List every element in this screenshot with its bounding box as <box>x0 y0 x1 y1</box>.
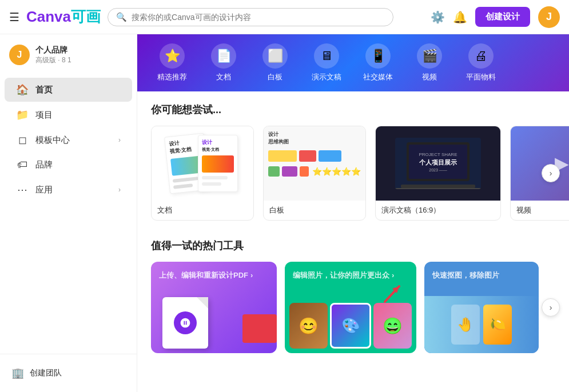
social-icon: 📱 <box>365 43 391 69</box>
sidebar-item-label: 模板中心 <box>35 135 70 146</box>
video-icon: 🎬 <box>417 43 442 69</box>
folder-icon: 📁 <box>16 109 29 121</box>
topbar: ☰ Canva 可画 🔍 ⚙️ 🔔 创建设计 J <box>0 0 569 34</box>
docs-icon: 📄 <box>211 43 236 69</box>
cat-label: 社交媒体 <box>363 72 393 82</box>
category-bar: ⭐ 精选推荐 📄 文档 ⬜ 白板 🖥 演示文稿 📱 社交媒体 🎬 视频 <box>137 34 569 91</box>
sidebar-item-apps[interactable]: ⋯ 应用 › <box>5 178 132 202</box>
tool-card-pdf[interactable]: 上传、编辑和重新设计PDF › <box>151 262 277 353</box>
category-featured[interactable]: ⭐ 精选推荐 <box>146 39 198 87</box>
wb-card-label: 白板 <box>264 201 365 220</box>
doc-card-label: 文档 <box>152 201 253 220</box>
cat-label: 演示文稿 <box>312 72 341 82</box>
category-slides[interactable]: 🖥 演示文稿 <box>301 39 352 87</box>
cat-label: 平面物料 <box>466 72 496 82</box>
logo: Canva 可画 <box>26 7 101 27</box>
user-section: J 个人品牌 高级版 · 8 1 <box>0 39 137 74</box>
slides-icon: 🖥 <box>314 43 339 69</box>
template-icon: ◻ <box>16 134 29 146</box>
main-layout: J 个人品牌 高级版 · 8 1 🏠 首页 📁 项目 ◻ 模板中心 › 🏷 <box>0 34 569 392</box>
cat-label: 白板 <box>268 72 282 82</box>
tool-card-photo[interactable]: 编辑照片，让你的照片更出众 › 😊 <box>285 262 416 353</box>
sidebar-item-label: 项目 <box>35 110 53 121</box>
sidebar-item-templates[interactable]: ◻ 模板中心 › <box>5 128 132 152</box>
team-icon: 🏢 <box>11 367 24 379</box>
tools-section-title: 值得一试的热门工具 <box>151 239 555 253</box>
category-social[interactable]: 📱 社交媒体 <box>352 39 404 87</box>
tools-section: 值得一试的热门工具 上传、编辑和重新设计PDF › <box>137 227 569 360</box>
apps-icon: ⋯ <box>16 183 29 196</box>
bg-thumb: 🤚 🍋 <box>424 296 539 353</box>
topbar-right: ⚙️ 🔔 创建设计 J <box>431 6 560 28</box>
whiteboard-icon: ⬜ <box>262 43 288 69</box>
category-print[interactable]: 🖨 平面物料 <box>455 39 507 87</box>
create-team-label: 创建团队 <box>30 368 62 378</box>
sidebar-item-label: 品牌 <box>35 159 53 170</box>
chevron-right-icon: › <box>118 136 121 144</box>
category-video[interactable]: 🎬 视频 <box>404 39 455 87</box>
create-design-button[interactable]: 创建设计 <box>475 7 530 27</box>
cat-label: 精选推荐 <box>157 72 187 82</box>
video-thumb: ▶ <box>511 126 569 201</box>
arrow-indicator <box>376 282 405 313</box>
print-icon: 🖨 <box>468 43 494 69</box>
create-team-button[interactable]: 🏢 创建团队 <box>5 361 132 385</box>
search-input[interactable] <box>132 13 385 22</box>
avatar[interactable]: J <box>538 6 560 28</box>
sidebar-item-brand[interactable]: 🏷 品牌 <box>5 153 132 177</box>
sidebar-item-home[interactable]: 🏠 首页 <box>5 78 132 102</box>
sidebar-bottom: 🏢 创建团队 <box>0 354 137 392</box>
sidebar-item-label: 首页 <box>35 85 53 95</box>
search-icon: 🔍 <box>116 12 127 22</box>
pdf-thumb-area <box>151 286 277 343</box>
wb-thumb: 设计思维构图 ⭐⭐⭐⭐⭐ <box>264 126 365 201</box>
wb-row-2: ⭐⭐⭐⭐⭐ <box>268 166 361 177</box>
tool-card-bg[interactable]: 快速抠图，移除图片 🤚 🍋 <box>424 262 539 353</box>
category-docs[interactable]: 📄 文档 <box>198 39 249 87</box>
pres-thumb: PROJECT SHARE 个人项目展示 2023 —— <box>376 126 500 201</box>
template-card-presentation[interactable]: PROJECT SHARE 个人项目展示 2023 —— 演示文稿（16:9） <box>375 126 501 221</box>
tools-row: 上传、编辑和重新设计PDF › <box>151 262 555 353</box>
template-card-video[interactable]: ▶ 视频 <box>510 126 569 221</box>
wb-row-1 <box>268 150 361 162</box>
try-section-title: 你可能想尝试... <box>151 103 555 117</box>
pdf-red-block <box>242 314 277 343</box>
pres-inner: PROJECT SHARE 个人项目展示 2023 —— <box>395 138 481 189</box>
menu-icon[interactable]: ☰ <box>9 10 19 24</box>
user-name: 个人品牌 <box>35 45 71 55</box>
sidebar-nav: 🏠 首页 📁 项目 ◻ 模板中心 › 🏷 品牌 ⋯ 应用 › <box>0 74 137 354</box>
video-card-label: 视频 <box>511 201 569 220</box>
template-card-whiteboard[interactable]: 设计思维构图 ⭐⭐⭐⭐⭐ 白板 <box>263 126 366 221</box>
pdf-tool-title: 上传、编辑和重新设计PDF › <box>151 262 277 286</box>
sidebar-item-projects[interactable]: 📁 项目 <box>5 103 132 127</box>
template-cards-row: 设计视觉·文档 设计视觉·文档 文档 <box>151 126 555 221</box>
settings-icon[interactable]: ⚙️ <box>431 10 445 24</box>
tools-next-button[interactable]: › <box>542 298 560 317</box>
cat-label: 文档 <box>216 72 231 82</box>
bg-tool-title: 快速抠图，移除图片 <box>424 262 539 286</box>
notification-icon[interactable]: 🔔 <box>453 10 467 24</box>
user-info: 个人品牌 高级版 · 8 1 <box>35 45 71 65</box>
pdf-logo <box>174 311 197 334</box>
search-bar[interactable]: 🔍 <box>108 8 393 26</box>
logo-canva: Canva <box>26 8 71 26</box>
sidebar: J 个人品牌 高级版 · 8 1 🏠 首页 📁 项目 ◻ 模板中心 › 🏷 <box>0 34 137 392</box>
pres-card-label: 演示文稿（16:9） <box>376 201 500 220</box>
user-avatar: J <box>9 45 30 65</box>
user-badge: 高级版 · 8 1 <box>35 55 71 65</box>
pdf-mockup <box>162 297 208 349</box>
try-section: 你可能想尝试... 设计视觉·文档 设计视觉·文档 <box>137 91 569 227</box>
template-card-doc[interactable]: 设计视觉·文档 设计视觉·文档 文档 <box>151 126 254 221</box>
cat-label: 视频 <box>422 72 437 82</box>
doc-mini-2: 设计视觉·文档 <box>198 135 238 192</box>
category-whiteboard[interactable]: ⬜ 白板 <box>249 39 301 87</box>
sidebar-item-label: 应用 <box>35 185 53 195</box>
chevron-right-icon-2: › <box>118 186 121 194</box>
brand-icon: 🏷 <box>16 159 29 171</box>
home-icon: 🏠 <box>16 83 29 96</box>
logo-keke: 可画 <box>71 7 101 27</box>
fold-corner <box>197 297 208 309</box>
doc-thumb: 设计视觉·文档 设计视觉·文档 <box>152 126 253 201</box>
featured-icon: ⭐ <box>160 43 185 69</box>
cards-next-button[interactable]: › <box>542 164 560 182</box>
